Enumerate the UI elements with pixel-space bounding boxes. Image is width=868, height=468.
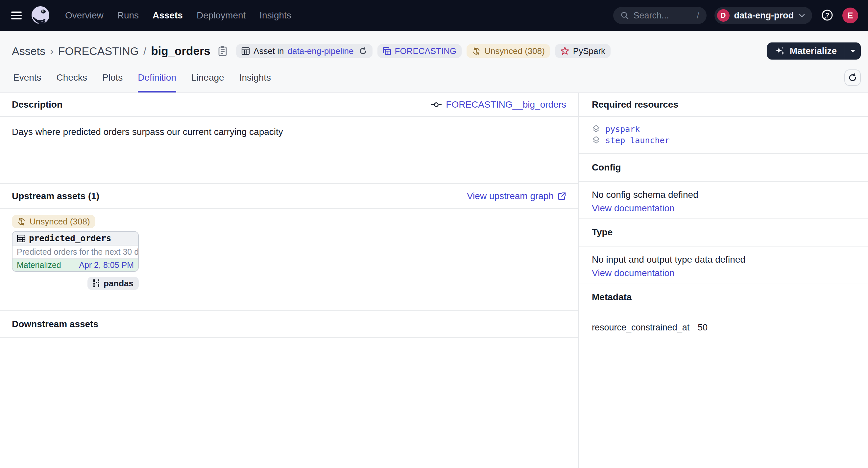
external-link-icon <box>558 192 566 200</box>
upstream-asset-status: Materialized Apr 2, 8:05 PM <box>12 259 138 271</box>
group-link[interactable]: FORECASTING <box>395 46 457 56</box>
upstream-assets-panel: Unsynced (308) predicted_orders Predicte… <box>0 209 578 311</box>
deployment-avatar: D <box>717 9 730 22</box>
badge-unsynced[interactable]: Unsynced (308) <box>467 44 550 58</box>
tab-lineage[interactable]: Lineage <box>191 72 224 92</box>
page-header: Assets › FORECASTING / big_orders Asset … <box>0 31 868 93</box>
search-box[interactable]: / <box>613 7 707 24</box>
breadcrumb-assets[interactable]: Assets <box>12 45 45 58</box>
config-panel: No config schema defined View documentat… <box>579 182 868 218</box>
job-icon <box>431 101 442 108</box>
top-navigation: Overview Runs Assets Deployment Insights… <box>0 0 868 31</box>
badge-asset-in-label: Asset in <box>253 46 284 56</box>
refresh-icon <box>848 73 857 82</box>
tab-definition[interactable]: Definition <box>138 72 176 92</box>
chevron-down-icon <box>798 13 806 18</box>
nav-overview[interactable]: Overview <box>65 10 103 21</box>
badge-asset-in-pipeline: Asset in data-eng-pipeline <box>236 44 372 58</box>
asset-badges: Asset in data-eng-pipeline FORECASTING U… <box>236 44 611 58</box>
asset-group-icon <box>383 47 391 55</box>
upstream-unsynced-badge[interactable]: Unsynced (308) <box>12 215 95 228</box>
resource-row[interactable]: step_launcher <box>592 135 855 146</box>
type-empty-text: No input and output type data defined <box>592 255 855 265</box>
deployment-switcher[interactable]: D data-eng-prod <box>714 7 812 24</box>
definition-sidebar: Required resources pyspark step_launcher… <box>579 93 868 468</box>
config-empty-text: No config schema defined <box>592 189 855 200</box>
table-icon <box>241 47 250 55</box>
menu-icon[interactable] <box>11 11 22 20</box>
metadata-row: resource_constrained_at 50 <box>592 323 855 333</box>
tab-plots[interactable]: Plots <box>102 72 123 92</box>
materialize-button[interactable]: Materialize <box>767 42 845 60</box>
materialization-timestamp[interactable]: Apr 2, 8:05 PM <box>79 260 134 270</box>
description-body: Days where predicted orders surpass our … <box>0 117 578 184</box>
resource-link-step-launcher[interactable]: step_launcher <box>605 135 670 146</box>
config-docs-link[interactable]: View documentation <box>592 203 675 213</box>
breadcrumb-separator: › <box>50 45 54 57</box>
pipeline-link[interactable]: data-eng-pipeline <box>288 46 354 56</box>
nav-assets[interactable]: Assets <box>153 10 183 21</box>
nav-runs[interactable]: Runs <box>117 10 139 21</box>
materialized-status-label: Materialized <box>17 260 61 270</box>
refresh-page-button[interactable] <box>844 69 861 86</box>
content-area: Description FORECASTING__big_orders Days… <box>0 93 868 468</box>
required-resources-list: pyspark step_launcher <box>579 117 868 154</box>
materialize-dropdown-button[interactable] <box>845 42 861 60</box>
upstream-asset-name: predicted_orders <box>29 233 111 243</box>
resource-link-pyspark[interactable]: pyspark <box>605 124 640 135</box>
required-resources-title: Required resources <box>592 99 678 110</box>
main-column: Description FORECASTING__big_orders Days… <box>0 93 579 468</box>
refresh-icon[interactable] <box>359 47 367 55</box>
copy-icon[interactable] <box>218 46 227 57</box>
metadata-title: Metadata <box>592 292 631 302</box>
sync-alert-icon <box>17 217 26 226</box>
nav-insights[interactable]: Insights <box>259 10 291 21</box>
dagster-logo[interactable] <box>31 6 50 25</box>
badge-compute-kind[interactable]: PySpark <box>555 44 611 58</box>
badge-group[interactable]: FORECASTING <box>377 44 462 58</box>
resource-layers-icon <box>592 136 600 145</box>
search-shortcut: / <box>697 10 699 21</box>
breadcrumb-group[interactable]: FORECASTING <box>58 45 139 58</box>
breadcrumb: Assets › FORECASTING / big_orders <box>12 45 227 58</box>
nav-right-cluster: / D data-eng-prod ? E <box>613 7 859 24</box>
tab-insights[interactable]: Insights <box>239 72 271 92</box>
pandas-tag-label: pandas <box>103 279 133 289</box>
asset-tabs: Events Checks Plots Definition Lineage I… <box>13 72 271 92</box>
pandas-tag[interactable]: pandas <box>88 277 139 290</box>
breadcrumb-slash: / <box>143 45 146 57</box>
view-upstream-graph-link[interactable]: View upstream graph <box>467 191 566 201</box>
nav-deployment[interactable]: Deployment <box>197 10 246 21</box>
page-title: big_orders <box>151 45 210 58</box>
sync-alert-icon <box>472 47 481 56</box>
search-icon <box>620 11 629 20</box>
upstream-title: Upstream assets (1) <box>12 191 99 201</box>
job-link-label: FORECASTING__big_orders <box>446 99 566 110</box>
job-link[interactable]: FORECASTING__big_orders <box>431 99 566 110</box>
metadata-table: resource_constrained_at 50 <box>579 311 868 341</box>
upstream-asset-description: Predicted orders for the next 30 day... <box>12 245 138 259</box>
type-docs-link[interactable]: View documentation <box>592 268 675 279</box>
metadata-key: resource_constrained_at <box>592 323 698 333</box>
compute-kind-label: PySpark <box>573 46 605 56</box>
primary-nav: Overview Runs Assets Deployment Insights <box>65 10 291 21</box>
materialize-split-button: Materialize <box>767 42 861 60</box>
tab-events[interactable]: Events <box>13 72 41 92</box>
deployment-name: data-eng-prod <box>734 10 794 21</box>
pandas-icon <box>93 279 100 288</box>
metadata-value: 50 <box>698 323 708 333</box>
help-icon[interactable]: ? <box>820 8 834 23</box>
user-avatar[interactable]: E <box>842 7 858 23</box>
sparkles-icon <box>775 46 785 56</box>
asset-node-card[interactable]: predicted_orders Predicted orders for th… <box>12 231 139 272</box>
materialize-label: Materialize <box>790 46 837 56</box>
upstream-unsynced-label: Unsynced (308) <box>30 216 90 227</box>
caret-down-icon <box>849 49 856 53</box>
resource-row[interactable]: pyspark <box>592 124 855 135</box>
tab-checks[interactable]: Checks <box>57 72 87 92</box>
upstream-graph-label: View upstream graph <box>467 191 554 201</box>
search-input[interactable] <box>633 10 692 21</box>
type-panel: No input and output type data defined Vi… <box>579 246 868 283</box>
unsynced-label: Unsynced (308) <box>484 46 545 56</box>
config-title: Config <box>592 162 621 173</box>
